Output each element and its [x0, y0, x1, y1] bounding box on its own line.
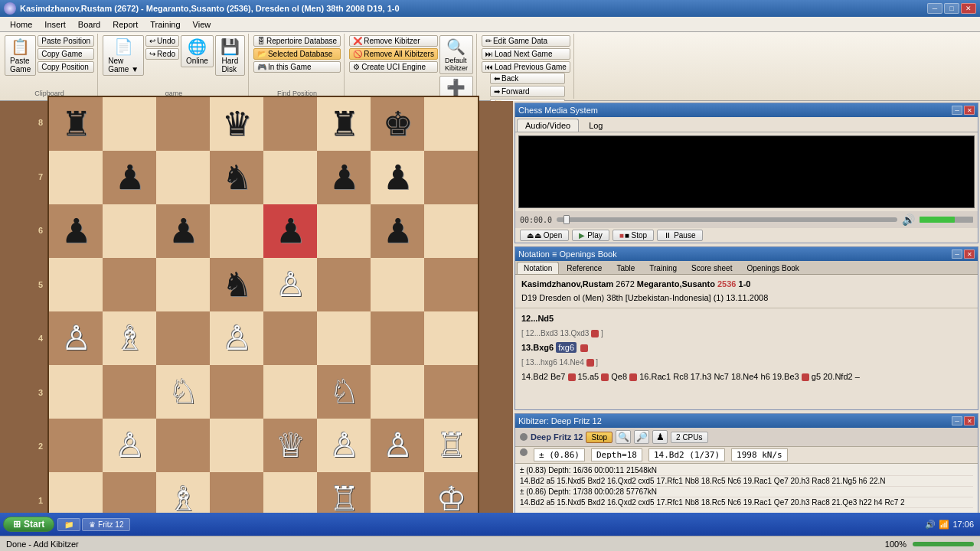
- square-c7[interactable]: [156, 151, 210, 204]
- play-button[interactable]: ▶ Play: [572, 230, 609, 241]
- square-d8[interactable]: ♛: [210, 97, 263, 151]
- paste-position-button[interactable]: Paste Position: [38, 35, 94, 47]
- menu-home[interactable]: Home: [4, 18, 38, 31]
- square-f2[interactable]: ♙: [317, 419, 371, 472]
- square-e6[interactable]: ♟: [263, 204, 317, 258]
- load-prev-button[interactable]: ⏮ Load Previous Game: [482, 61, 570, 73]
- square-b3[interactable]: [103, 365, 156, 419]
- tab-audio-video[interactable]: Audio/Video: [517, 119, 579, 132]
- square-h2[interactable]: ♖: [424, 419, 478, 472]
- remove-all-kibitzers-button[interactable]: 🚫 Remove All Kibitzers: [349, 48, 438, 60]
- square-b6[interactable]: [103, 204, 156, 258]
- square-b4[interactable]: ♗: [103, 311, 156, 365]
- cms-close-button[interactable]: ✕: [964, 106, 975, 115]
- menu-insert[interactable]: Insert: [38, 18, 72, 31]
- square-c4[interactable]: [156, 311, 210, 365]
- menu-view[interactable]: View: [187, 18, 217, 31]
- stop-button[interactable]: ■ ■ Stop: [612, 230, 654, 241]
- square-d2[interactable]: [210, 419, 263, 472]
- notation-close-button[interactable]: ✕: [964, 249, 975, 259]
- notation-tab-scoresheet[interactable]: Score sheet: [684, 262, 739, 274]
- square-d3[interactable]: [210, 365, 263, 419]
- square-h8[interactable]: [424, 97, 478, 151]
- progress-thumb[interactable]: [564, 215, 570, 224]
- tab-log[interactable]: Log: [580, 119, 611, 132]
- menu-training[interactable]: Training: [144, 18, 186, 31]
- square-d5[interactable]: ♞: [210, 258, 263, 311]
- pause-button[interactable]: ⏸ Pause: [657, 230, 702, 241]
- engine-stop-button[interactable]: Stop: [586, 432, 612, 443]
- square-g7[interactable]: ♟: [371, 151, 424, 204]
- paste-game-button[interactable]: 📋 PasteGame: [5, 35, 36, 76]
- square-g4[interactable]: [371, 311, 424, 365]
- copy-position-button[interactable]: Copy Position: [38, 61, 94, 73]
- menu-report[interactable]: Report: [106, 18, 144, 31]
- progress-bar[interactable]: [557, 217, 897, 222]
- square-b2[interactable]: ♙: [103, 419, 156, 472]
- square-c8[interactable]: [156, 97, 210, 151]
- back-button[interactable]: ⬅ Back: [490, 73, 565, 84]
- undo-button[interactable]: ↩ Undo: [145, 35, 179, 47]
- redo-button[interactable]: ↪ Redo: [145, 48, 179, 60]
- default-kibitzer-button[interactable]: 🔍 DefaultKibitzer: [439, 35, 473, 74]
- square-e2[interactable]: ♕: [263, 419, 317, 472]
- online-button[interactable]: 🌐 Online: [181, 35, 214, 67]
- square-c5[interactable]: [156, 258, 210, 311]
- start-button[interactable]: ⊞ Start: [3, 517, 54, 532]
- square-e4[interactable]: [263, 311, 317, 365]
- repertoire-db-button[interactable]: 🗄 Repertoire Database: [253, 35, 341, 47]
- square-h5[interactable]: [424, 258, 478, 311]
- square-f8[interactable]: ♜: [317, 97, 371, 151]
- square-h4[interactable]: [424, 311, 478, 365]
- square-c6[interactable]: ♟: [156, 204, 210, 258]
- forward-button[interactable]: ➡ Forward: [490, 86, 565, 97]
- edit-game-data-button[interactable]: ✏ Edit Game Data: [482, 35, 570, 47]
- volume-icon[interactable]: 🔊: [902, 214, 915, 226]
- square-a2[interactable]: [49, 419, 103, 472]
- notation-tab-reference[interactable]: Reference: [560, 262, 609, 274]
- in-this-game-button[interactable]: 🎮 In this Game: [253, 61, 341, 73]
- notation-tab-table[interactable]: Table: [609, 262, 642, 274]
- copy-game-button[interactable]: Copy Game: [38, 48, 94, 60]
- maximize-button[interactable]: □: [944, 3, 959, 14]
- square-a6[interactable]: ♟: [49, 204, 103, 258]
- kibitzer-minimize-button[interactable]: ─: [952, 416, 962, 425]
- kibitzer-settings-button[interactable]: 🔍: [616, 430, 631, 444]
- square-g3[interactable]: [371, 365, 424, 419]
- square-e3[interactable]: [263, 365, 317, 419]
- square-e8[interactable]: [263, 97, 317, 151]
- square-h7[interactable]: [424, 151, 478, 204]
- kibitzer-board-button[interactable]: ♟: [652, 430, 668, 444]
- square-e7[interactable]: [263, 151, 317, 204]
- open-button[interactable]: ⏏ ⏏ Open: [520, 230, 569, 241]
- cpu-button[interactable]: 2 CPUs: [671, 432, 707, 443]
- kibitzer-expand-button[interactable]: 🔎: [634, 430, 649, 444]
- notation-minimize-button[interactable]: ─: [952, 249, 962, 259]
- square-a5[interactable]: [49, 258, 103, 311]
- square-d4[interactable]: ♙: [210, 311, 263, 365]
- minimize-button[interactable]: ─: [927, 3, 942, 14]
- chess-board[interactable]: ♜♛♜♚♟♞♟♟♟♟♟♟♞♙♙♗♙♘♘♙♕♙♙♖♗♖♔: [47, 96, 479, 527]
- taskbar-fritz[interactable]: ♛ Fritz 12: [82, 518, 130, 531]
- notation-tab-openings[interactable]: Openings Book: [740, 262, 805, 274]
- square-c3[interactable]: ♘: [156, 365, 210, 419]
- square-c2[interactable]: [156, 419, 210, 472]
- taskbar-explorer[interactable]: 📁: [57, 518, 80, 531]
- square-b7[interactable]: ♟: [103, 151, 156, 204]
- new-game-button[interactable]: 📄 NewGame ▼: [103, 35, 144, 76]
- square-b8[interactable]: [103, 97, 156, 151]
- hard-disk-button[interactable]: 💾 HardDisk: [215, 35, 245, 76]
- square-a4[interactable]: ♙: [49, 311, 103, 365]
- notation-tab-training[interactable]: Training: [642, 262, 684, 274]
- square-f4[interactable]: [317, 311, 371, 365]
- selected-db-button[interactable]: 📂 Selected Database: [253, 48, 341, 60]
- square-d7[interactable]: ♞: [210, 151, 263, 204]
- kibitzer-close-button[interactable]: ✕: [964, 416, 975, 425]
- remove-kibitzer-button[interactable]: ❌ Remove Kibitzer: [349, 35, 438, 47]
- square-b5[interactable]: [103, 258, 156, 311]
- square-e5[interactable]: ♙: [263, 258, 317, 311]
- square-d6[interactable]: [210, 204, 263, 258]
- cms-minimize-button[interactable]: ─: [952, 106, 962, 115]
- square-a3[interactable]: [49, 365, 103, 419]
- square-a8[interactable]: ♜: [49, 97, 103, 151]
